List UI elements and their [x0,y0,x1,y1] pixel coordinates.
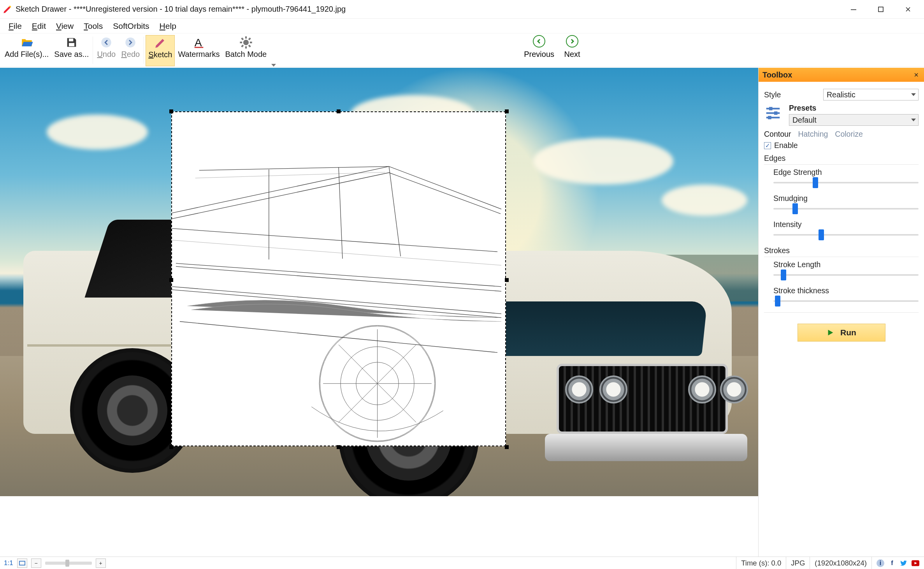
svg-rect-0 [851,9,856,10]
toolbox-panel: Toolbox × Style Realistic Presets Defaul… [758,68,924,557]
status-dimensions: (1920x1080x24) [810,557,871,569]
image-preview [0,68,758,496]
smudging-label: Smudging [773,194,919,203]
menu-softorbits[interactable]: SoftOrbits [108,20,154,32]
window-title: Sketch Drawer - ****Unregistered version… [16,5,346,14]
watermarks-button[interactable]: A Watermarks [176,35,222,66]
run-button[interactable]: Run [798,324,885,342]
play-icon [826,328,835,337]
svg-rect-30 [768,116,771,120]
svg-line-13 [242,38,243,40]
status-time: Time (s): 0.0 [736,557,786,569]
svg-rect-1 [878,7,883,12]
maximize-button[interactable] [867,0,894,19]
menu-tools[interactable]: Tools [79,20,107,32]
enable-checkbox[interactable]: ✓Enable [764,141,919,150]
redo-button[interactable]: Redo [119,35,142,66]
style-dropdown[interactable]: Realistic [823,89,919,100]
svg-line-16 [249,38,250,40]
close-button[interactable] [894,0,922,19]
presets-icon [764,104,782,122]
text-icon: A [192,36,206,49]
sketch-button[interactable]: Sketch [146,35,175,66]
toolbar-overflow-icon[interactable] [271,64,276,67]
folder-open-icon [20,36,33,49]
svg-point-4 [102,37,112,48]
edges-group-label: Edges [764,154,919,163]
fit-window-button[interactable] [17,558,27,568]
selection-handle[interactable] [505,445,509,449]
toolbox-header: Toolbox × [759,68,924,82]
batch-mode-button[interactable]: Batch Mode [223,35,269,66]
twitter-icon[interactable] [900,559,908,567]
canvas-area[interactable] [0,68,758,557]
minimize-button[interactable] [840,0,867,19]
nav-group: Previous Next [524,35,587,59]
zoom-out-button[interactable]: − [31,558,41,568]
undo-button[interactable]: Undo [95,35,118,66]
selection-handle[interactable] [169,278,173,282]
zoom-in-button[interactable]: + [96,558,106,568]
selection-handle[interactable] [505,278,509,282]
canvas-background [0,496,758,557]
svg-rect-3 [69,43,74,46]
zoom-slider[interactable] [45,562,92,565]
undo-icon [100,36,113,49]
tab-colorize[interactable]: Colorize [835,130,863,139]
facebook-icon[interactable]: f [888,559,896,567]
next-button[interactable]: Next [557,35,587,59]
strokes-group-label: Strokes [764,246,919,255]
menu-edit[interactable]: Edit [27,20,51,32]
selection-handle[interactable] [505,109,509,113]
social-links: i f [871,557,924,569]
menu-help[interactable]: Help [155,20,181,32]
toolbox-tabs: Contour Hatching Colorize [764,130,919,139]
presets-label: Presets [789,104,919,113]
presets-dropdown[interactable]: Default [789,114,919,126]
svg-rect-2 [69,39,73,41]
arrow-right-icon [566,35,578,48]
pencil-icon [154,36,167,49]
tab-hatching[interactable]: Hatching [798,130,828,139]
selection-handle[interactable] [337,445,341,449]
svg-line-15 [242,45,243,47]
arrow-left-icon [533,35,545,48]
svg-text:A: A [195,36,202,49]
close-icon[interactable]: × [912,70,920,79]
chevron-down-icon [911,119,916,122]
menu-view[interactable]: View [51,20,78,32]
youtube-icon[interactable] [912,559,919,567]
svg-rect-29 [774,111,778,115]
style-label: Style [764,90,819,99]
zoom-reset-button[interactable]: 1:1 [4,559,13,567]
stroke-thickness-slider[interactable] [773,297,919,305]
chevron-down-icon [911,93,916,96]
menu-file[interactable]: File [4,20,26,32]
redo-icon [124,36,137,49]
intensity-slider[interactable] [773,231,919,239]
tab-contour[interactable]: Contour [764,130,791,139]
add-files-button[interactable]: Add File(s)... [2,35,51,66]
statusbar: 1:1 − + Time (s): 0.0 JPG (1920x1080x24)… [0,557,924,569]
titlebar: Sketch Drawer - ****Unregistered version… [0,0,924,19]
previous-button[interactable]: Previous [524,35,554,59]
app-icon [2,4,12,14]
save-icon [65,36,78,49]
selection-rectangle[interactable] [171,111,506,446]
smudging-slider[interactable] [773,204,919,213]
toolbar: Add File(s)... Save as... Undo Redo Sket… [0,33,924,67]
svg-line-14 [249,45,250,47]
info-icon[interactable]: i [877,559,884,567]
svg-point-5 [126,37,136,48]
selection-handle[interactable] [337,109,341,113]
intensity-label: Intensity [773,220,919,229]
selection-handle[interactable] [169,109,173,113]
stroke-length-label: Stroke Length [773,260,919,269]
stroke-length-slider[interactable] [773,271,919,279]
edge-strength-label: Edge Strength [773,168,919,177]
save-as-button[interactable]: Save as... [52,35,91,66]
edge-strength-slider[interactable] [773,178,919,187]
selection-handle[interactable] [169,445,173,449]
status-format: JPG [786,557,810,569]
svg-rect-31 [19,561,25,565]
